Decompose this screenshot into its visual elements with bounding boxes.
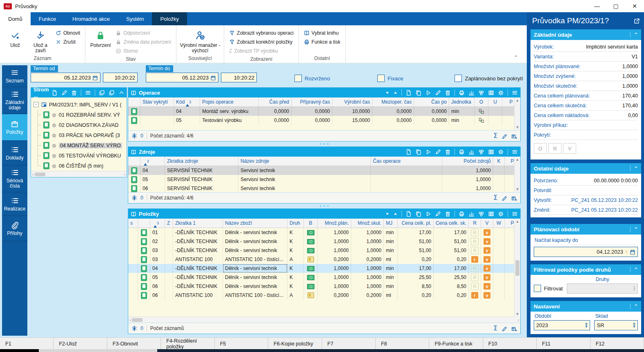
sidebar-item-doklady[interactable]: Doklady	[2, 141, 27, 166]
sidebar-item-polozky[interactable]: Položky	[2, 114, 27, 141]
tree-horizontal-scrollbar[interactable]: ‹›	[31, 171, 127, 177]
delete-icon[interactable]	[445, 90, 451, 96]
tree-item[interactable]: 03 PRÁCE NA OPRAVĚ (3	[33, 130, 127, 140]
obdobi-dropdown[interactable]: 2023	[534, 320, 590, 330]
dropdown-icon[interactable]	[625, 250, 628, 253]
sidebar-item-realizace[interactable]: Realizace	[2, 193, 27, 216]
new-record-icon[interactable]	[51, 90, 58, 96]
print-icon[interactable]	[459, 211, 465, 217]
potvrzeni-button[interactable]: Potvrzení	[88, 27, 113, 55]
close-button[interactable]: ✕	[625, 0, 644, 12]
collapse-section-icon[interactable]: ⌃	[630, 32, 638, 38]
rozvrzeno-checkbox[interactable]	[294, 75, 302, 82]
minimize-button[interactable]: —	[588, 0, 606, 12]
table-row[interactable]: 03 -DĚLNÍK TECHNIK Dělník - servisní tec…	[128, 246, 520, 255]
calendar-icon[interactable]	[210, 74, 216, 81]
calendar-icon[interactable]	[92, 74, 98, 81]
fkey-f6[interactable]: F6-Kopie položky	[268, 338, 322, 350]
tab-system[interactable]: Systém	[118, 12, 152, 25]
move-down-icon[interactable]	[385, 212, 390, 216]
bulk-add-icon[interactable]	[511, 194, 517, 201]
chart-icon[interactable]	[468, 149, 475, 155]
edit-icon[interactable]	[435, 211, 441, 217]
table-row[interactable]: 04 SERVISNÍ TECHNIK Servisní technik 1,0…	[128, 166, 520, 175]
tree-item-selected[interactable]: 04 MONTÁŽ SERV. VÝRO	[33, 140, 127, 151]
polozky-horizontal-scrollbar[interactable]: ‹›	[128, 317, 520, 323]
expand-all-icon[interactable]	[99, 90, 105, 96]
settings-gear-icon[interactable]	[498, 90, 504, 96]
tree-item[interactable]: 01 ROZEBRÁNÍ SERV. VÝ	[33, 110, 127, 120]
nacitat-kapacity-field[interactable]: 04.12.2023	[534, 247, 638, 257]
tree-root[interactable]: − PM/2023/1?: IMPL_SERV / V1 (	[33, 100, 127, 110]
polozky-vertical-scrollbar[interactable]: ▲▼	[514, 219, 520, 317]
bulk-add-icon[interactable]	[511, 132, 517, 139]
operace-vertical-scrollbar[interactable]: ▲▼	[514, 97, 520, 130]
columns-icon[interactable]	[488, 211, 494, 217]
termin-od-time-field[interactable]: 10:20:22	[103, 73, 138, 82]
fkey-f11[interactable]: F11	[537, 338, 590, 350]
collapse-section-icon[interactable]: ⌃	[630, 226, 638, 232]
fkey-f5[interactable]: F5	[215, 338, 268, 350]
settings-gear-icon[interactable]	[498, 211, 504, 217]
print-icon[interactable]	[459, 149, 465, 155]
zobrazit-vybranou-operaci-button[interactable]: Zobrazit vybranou operaci	[227, 29, 296, 38]
collapse-section-icon[interactable]: ⌃	[630, 166, 638, 171]
druhy-dropdown[interactable]	[567, 283, 638, 294]
chart-icon[interactable]	[468, 211, 475, 217]
sidebar-item-seriova-cisla[interactable]: Sériová čísla	[2, 166, 27, 193]
menu-icon[interactable]	[85, 90, 91, 96]
new-record-icon[interactable]	[406, 149, 412, 155]
run-icon[interactable]	[425, 149, 431, 155]
pokryti-r-button[interactable]: R	[548, 143, 562, 154]
table-row[interactable]: 01 -DĚLNÍK TECHNIK Dělník - servisní tec…	[128, 228, 520, 237]
fkey-f2[interactable]: F2-Ulož	[53, 338, 107, 350]
ribbon-collapse-icon[interactable]: ⌃	[514, 55, 518, 60]
run-icon[interactable]	[425, 211, 431, 217]
tree-item[interactable]: 05 TESTOVÁNÍ VÝROBKU	[33, 151, 127, 161]
collapse-panel-icon[interactable]	[118, 90, 125, 96]
fkey-f8[interactable]: F8	[376, 338, 429, 350]
sidebar-item-seznam[interactable]: Seznam	[2, 65, 27, 87]
collapse-section-icon[interactable]: ⌃	[630, 267, 638, 272]
pokryti-o-button[interactable]: O	[534, 143, 547, 154]
menu-icon[interactable]	[512, 90, 518, 96]
table-row[interactable]: 06 ANTISTATIC 100 ANTISTATIC 100 - čistí…	[128, 291, 520, 300]
settings-gear-icon[interactable]	[498, 149, 504, 155]
sklad-dropdown[interactable]: SR	[594, 320, 638, 330]
zmena-data-potvrzeni-button[interactable]: Změna data potvrzení	[113, 38, 174, 46]
move-up-icon[interactable]	[393, 212, 398, 216]
copy-icon[interactable]	[415, 90, 421, 96]
tree-item[interactable]: 06 ČIŠTĚNÍ (5 min)	[33, 161, 127, 171]
collapse-all-icon[interactable]	[109, 90, 115, 96]
workflow-icon[interactable]	[478, 90, 484, 96]
fixace-checkbox[interactable]	[377, 75, 385, 82]
tab-hromadne-akce[interactable]: Hromadné akce	[64, 12, 118, 25]
zaplanovano-checkbox[interactable]	[455, 75, 462, 82]
fkey-f10[interactable]: F10	[483, 338, 537, 350]
termin-od-date-field[interactable]: 05.12.2023	[31, 73, 100, 82]
delete-icon[interactable]	[445, 149, 451, 155]
tab-funkce[interactable]: Funkce	[31, 12, 65, 25]
zobrazit-tp-vyrobku-button[interactable]: ZZobrazit TP výrobku	[227, 46, 296, 55]
table-row[interactable]: 02 -DĚLNÍK TECHNIK Dělník - servisní tec…	[128, 237, 520, 246]
fkey-f7[interactable]: F7	[322, 338, 376, 350]
table-row[interactable]: 05 Testování výrobku 0,0000 0,0000 15,00…	[128, 116, 520, 125]
new-record-icon[interactable]	[406, 90, 412, 96]
edit-icon[interactable]	[435, 149, 441, 155]
funkce-a-tisk-button[interactable]: Funkce a tisk	[301, 38, 343, 46]
fkey-f4[interactable]: F4-Rozdělení položky	[161, 338, 214, 350]
horizontal-splitter[interactable]	[128, 204, 521, 208]
collapse-node-icon[interactable]: −	[33, 102, 39, 107]
zdroje-vertical-scrollbar[interactable]: ▲▼	[514, 157, 520, 192]
uloz-a-zavri-button[interactable]: Ulož a zavři	[28, 27, 53, 55]
table-row[interactable]: 03 ANTISTATIC 100 ANTISTATIC 100 - čistí…	[128, 255, 520, 264]
horizontal-splitter[interactable]	[128, 142, 521, 146]
sidebar-item-prilohy[interactable]: Přílohy	[2, 216, 27, 241]
tree-item[interactable]: 02 DIAGNOSTIKA ZÁVAD	[33, 120, 127, 130]
table-row[interactable]: 05 -DĚLNÍK TECHNIK Dělník - servisní tec…	[128, 273, 520, 282]
termin-do-date-field[interactable]: 05.12.2023	[146, 73, 218, 82]
fkey-f1[interactable]: F1	[0, 338, 53, 350]
obnovit-button[interactable]: Obnovit	[53, 29, 82, 38]
delete-icon[interactable]	[445, 211, 451, 217]
columns-icon[interactable]	[488, 90, 494, 96]
